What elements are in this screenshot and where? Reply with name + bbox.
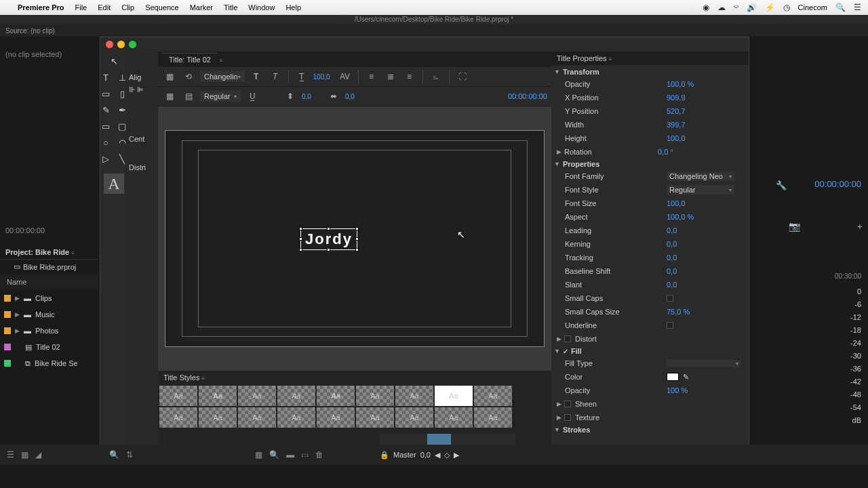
battery-icon[interactable]: ⚡: [765, 3, 775, 12]
strokes-section[interactable]: ▼Strokes: [554, 424, 746, 435]
menu-title[interactable]: Title: [224, 3, 237, 12]
next-keyframe-icon[interactable]: ▶: [454, 451, 459, 460]
new-bin-icon[interactable]: ▬: [286, 450, 294, 460]
pen-tool[interactable]: ✎: [98, 103, 113, 117]
texture-checkbox[interactable]: [564, 414, 571, 421]
title-item[interactable]: ▤Title 02: [0, 339, 98, 355]
freeform-icon[interactable]: ◢: [35, 450, 41, 460]
baseline-value[interactable]: 0,0: [667, 267, 677, 275]
title-text-object[interactable]: Jordy: [300, 228, 357, 250]
eyedropper-icon[interactable]: ✎: [683, 373, 689, 382]
app-name[interactable]: Premiere Pro: [18, 3, 64, 12]
ellipse-tool[interactable]: ○: [98, 136, 113, 149]
style-swatch[interactable]: Aa: [474, 386, 512, 406]
smallcaps-checkbox[interactable]: [667, 295, 673, 302]
underline-button[interactable]: U̲: [245, 89, 260, 103]
menu-sequence[interactable]: Sequence: [145, 3, 179, 12]
toolbar-timecode[interactable]: 00:00:00:00: [508, 92, 547, 100]
style-button[interactable]: ▤: [181, 89, 196, 103]
slant-value[interactable]: 0,0: [667, 281, 677, 289]
tab-button[interactable]: ⎁: [429, 70, 443, 83]
wedge-tool[interactable]: ▷: [98, 152, 113, 165]
filltype-dropdown[interactable]: ▾: [667, 360, 741, 367]
icon-view-icon[interactable]: ▦: [21, 450, 28, 460]
video-bg-button[interactable]: ⛶: [455, 70, 470, 83]
style-swatch[interactable]: Aa: [277, 386, 315, 406]
media-browser-icon[interactable]: ▦: [255, 450, 262, 460]
bin-clips[interactable]: ▶▬Clips: [0, 290, 98, 306]
user-icon[interactable]: ◉: [703, 3, 709, 12]
bin-photos[interactable]: ▶▬Photos: [0, 323, 98, 339]
menu-clip[interactable]: Clip: [121, 3, 134, 12]
cc-icon[interactable]: ☁: [717, 3, 726, 12]
list-view-icon[interactable]: ☰: [7, 450, 14, 460]
menu-edit[interactable]: Edit: [98, 3, 111, 12]
menu-window[interactable]: Window: [248, 3, 275, 12]
ypos-value[interactable]: 520,7: [667, 107, 686, 115]
lock-icon[interactable]: 🔒: [380, 451, 389, 460]
italic-button[interactable]: T: [268, 70, 283, 83]
opacity-value[interactable]: 100,0 %: [667, 80, 694, 88]
program-timecode[interactable]: 00:00:00:00: [814, 179, 861, 189]
style-swatch[interactable]: Aa: [277, 407, 315, 428]
zoom-icon[interactable]: 🔍: [109, 450, 119, 460]
height-value[interactable]: 100,0: [667, 134, 686, 142]
prop-leading-value[interactable]: 0,0: [667, 226, 677, 235]
find-icon[interactable]: 🔍: [269, 450, 279, 460]
column-name[interactable]: Name: [0, 274, 98, 290]
master-value[interactable]: 0,0: [420, 451, 431, 459]
color-swatch[interactable]: [667, 373, 679, 381]
xpos-value[interactable]: 909,9: [667, 94, 686, 102]
volume-icon[interactable]: 🔊: [747, 3, 757, 12]
prev-keyframe-icon[interactable]: ◀: [435, 451, 440, 460]
area-type-tool[interactable]: ▭: [98, 87, 113, 100]
style-swatch[interactable]: Aa: [435, 386, 473, 406]
sort-icon[interactable]: ⇅: [126, 450, 133, 460]
style-swatch[interactable]: Aa: [395, 407, 433, 428]
style-swatch[interactable]: Aa: [356, 386, 394, 406]
smallcaps-size-value[interactable]: 75,0 %: [667, 308, 690, 316]
account-name[interactable]: Cinecom: [798, 3, 827, 12]
width-value[interactable]: 399,7: [667, 121, 686, 129]
align-center-btn[interactable]: ≣: [383, 70, 398, 83]
align-right-btn[interactable]: ≡: [402, 70, 417, 83]
fill-section[interactable]: ▼✓Fill: [554, 346, 746, 357]
rotation-value[interactable]: 0,0 °: [658, 148, 673, 156]
minimize-button[interactable]: [117, 41, 125, 48]
menu-help[interactable]: Help: [285, 3, 301, 12]
sequence-item[interactable]: ⧉Bike Ride Se: [0, 355, 98, 371]
add-keyframe-icon[interactable]: ◇: [444, 451, 450, 460]
underline-checkbox[interactable]: [667, 322, 673, 329]
delete-icon[interactable]: 🗑: [315, 450, 323, 460]
style-swatch[interactable]: Aa: [238, 407, 276, 428]
prop-tracking-value[interactable]: 0,0: [667, 253, 677, 262]
kerning-value[interactable]: 0,0: [667, 240, 677, 248]
properties-section[interactable]: ▼Properties: [554, 159, 746, 169]
style-swatch[interactable]: Aa: [435, 407, 473, 428]
style-swatch[interactable]: Aa: [395, 386, 433, 406]
align-center-h[interactable]: ⊫: [137, 85, 144, 94]
style-swatch[interactable]: Aa: [199, 386, 237, 406]
clock-icon[interactable]: ◷: [783, 3, 790, 12]
style-swatch[interactable]: Aa: [317, 407, 355, 428]
roll-button[interactable]: ⟲: [181, 70, 196, 83]
distort-checkbox[interactable]: [564, 336, 571, 342]
search-icon[interactable]: 🔍: [835, 3, 846, 12]
maximize-button[interactable]: [129, 41, 136, 48]
font-style-select[interactable]: Regular▾: [200, 91, 241, 102]
close-button[interactable]: [106, 41, 113, 48]
font-family-select[interactable]: Changelin▾: [200, 71, 245, 82]
fontsize-value[interactable]: 100,0: [667, 199, 686, 207]
type-tool[interactable]: T: [98, 70, 113, 84]
template-button[interactable]: ▦: [162, 70, 177, 83]
style-swatch[interactable]: Aa: [317, 386, 355, 406]
menu-marker[interactable]: Marker: [190, 3, 213, 12]
add-marker-icon[interactable]: +: [857, 221, 863, 232]
menu-icon[interactable]: ☰: [854, 3, 861, 12]
bin-music[interactable]: ▶▬Music: [0, 306, 98, 323]
align-left-btn[interactable]: ≡: [364, 70, 379, 83]
title-canvas[interactable]: Jordy ↖: [165, 130, 545, 347]
style-swatch[interactable]: Aa: [356, 407, 394, 428]
style-swatch[interactable]: Aa: [159, 386, 197, 406]
rectangle-tool[interactable]: ▭: [98, 119, 113, 133]
